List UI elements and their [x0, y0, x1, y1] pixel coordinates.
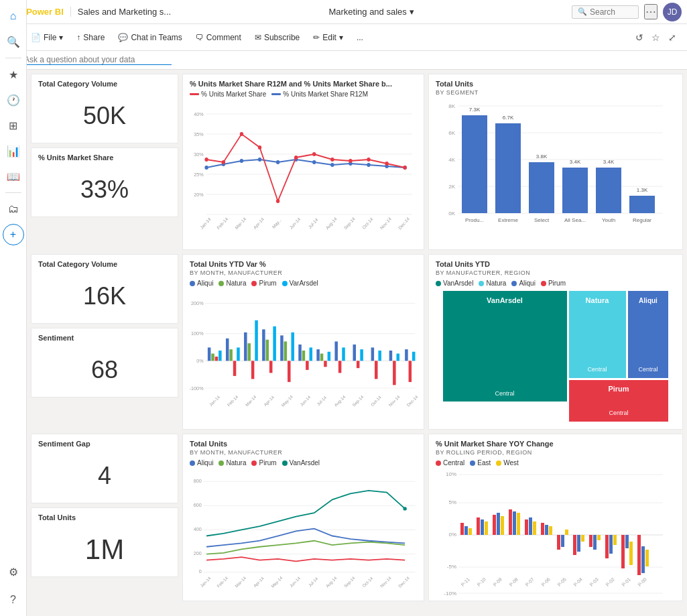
svg-text:Central: Central: [587, 366, 607, 373]
share-button[interactable]: ↑ Share: [71, 30, 110, 45]
svg-point-17: [240, 159, 243, 163]
svg-text:6K: 6K: [448, 130, 455, 136]
search-input[interactable]: [590, 7, 637, 17]
svg-point-164: [403, 507, 406, 510]
svg-text:Oct-14: Oct-14: [361, 217, 373, 230]
svg-text:800: 800: [194, 478, 202, 484]
yoy-subtitle: BY ROLLING PERIOD, REGION: [429, 449, 682, 458]
kpi-title-3: Total Category Volume: [32, 255, 178, 269]
svg-text:Youth: Youth: [602, 217, 615, 223]
svg-text:Aug-14: Aug-14: [333, 394, 347, 408]
svg-rect-106: [291, 332, 294, 361]
svg-text:Feb-14: Feb-14: [216, 575, 229, 588]
nav-metrics[interactable]: 📊: [3, 140, 24, 162]
svg-rect-214: [605, 535, 609, 558]
svg-text:0%: 0%: [196, 358, 204, 364]
svg-text:Dec-14: Dec-14: [397, 216, 410, 230]
nav-favorites[interactable]: ★: [3, 70, 24, 85]
svg-rect-188: [464, 526, 468, 535]
nav-apps[interactable]: ⊞: [3, 115, 24, 136]
svg-text:Sep-14: Sep-14: [343, 216, 357, 231]
svg-rect-203: [545, 525, 548, 535]
svg-rect-211: [589, 535, 592, 547]
treemap-label-1: VanArsdel: [443, 280, 473, 287]
dataset-selector[interactable]: Marketing and sales ▾: [328, 7, 414, 17]
content-area: ⌂ 🔍 ★ 🕐 ⊞ 📊 📖 🗂 + ⚙ ? Total Category Vol…: [0, 70, 687, 616]
ytd-legend-dot-4: [282, 281, 288, 286]
nav-learn[interactable]: 📖: [3, 166, 24, 187]
svg-text:Jul-14: Jul-14: [307, 576, 318, 587]
svg-rect-94: [237, 347, 240, 361]
svg-rect-222: [645, 550, 649, 566]
yoy-legend-central: Central: [436, 459, 464, 467]
search-box[interactable]: 🔍: [572, 5, 639, 19]
kpi-column-3: Sentiment Gap 4 Total Units 1M: [31, 434, 178, 601]
svg-point-38: [403, 166, 406, 170]
total-units-line-subtitle: BY MONTH, MANUFACTURER: [183, 449, 424, 458]
svg-rect-124: [389, 351, 393, 361]
svg-rect-120: [360, 349, 363, 361]
bar-chart-segments-svg: 8K 6K 4K 2K 0K: [434, 98, 677, 245]
nav-create[interactable]: +: [3, 224, 24, 245]
comment-button[interactable]: 🗨 Comment: [190, 30, 247, 45]
legend-label-1: % Units Market Share: [201, 90, 266, 98]
svg-text:P-07: P-07: [525, 576, 535, 587]
svg-rect-107: [298, 345, 302, 361]
nav-recent[interactable]: 🕐: [3, 89, 24, 111]
ytd-legend-dot-3: [251, 281, 257, 286]
svg-text:Nov-14: Nov-14: [387, 394, 401, 408]
svg-text:P-00: P-00: [637, 576, 647, 587]
svg-rect-65: [529, 162, 554, 213]
svg-text:Dec-14: Dec-14: [397, 575, 411, 589]
total-units-chart-area: 800 600 400 200 0: [183, 469, 424, 601]
qa-bar: 💬: [0, 51, 687, 70]
kpi-title-1: Total Category Volume: [32, 74, 178, 89]
svg-rect-88: [211, 353, 214, 361]
svg-text:3.4K: 3.4K: [603, 159, 615, 165]
nav-settings[interactable]: ⚙: [3, 561, 24, 582]
total-category-volume-card-1: Total Category Volume 50K: [31, 74, 178, 143]
svg-point-19: [276, 160, 279, 164]
svg-rect-192: [485, 521, 488, 535]
tu-legend-vanarsdel: VanArsdel: [282, 459, 320, 467]
svg-rect-61: [462, 115, 487, 213]
svg-text:Oct-14: Oct-14: [370, 394, 383, 407]
more-toolbar-button[interactable]: ...: [351, 30, 369, 45]
svg-text:Apr-14: Apr-14: [253, 217, 265, 231]
svg-text:P-03: P-03: [589, 576, 599, 587]
svg-text:5%: 5%: [448, 499, 456, 505]
nav-workspaces[interactable]: 🗂: [3, 198, 24, 220]
file-button[interactable]: 📄 File ▾: [25, 30, 68, 45]
avatar[interactable]: JD: [663, 3, 682, 21]
more-options-button[interactable]: ⋯: [644, 4, 658, 19]
treemap-legend-aliqui: Aliqui: [511, 280, 535, 287]
kpi-title-2: % Units Market Share: [32, 148, 178, 163]
qa-input[interactable]: [24, 55, 172, 65]
nav-help[interactable]: ?: [3, 589, 24, 611]
svg-text:P-10: P-10: [477, 576, 487, 587]
svg-rect-217: [621, 535, 625, 568]
favorite-button[interactable]: ☆: [649, 29, 663, 46]
svg-rect-187: [460, 523, 464, 535]
svg-rect-67: [562, 168, 588, 213]
chat-button[interactable]: 💬 Chat in Teams: [113, 30, 187, 45]
svg-rect-123: [378, 351, 381, 361]
ytd-legend-dot-2: [218, 281, 224, 286]
svg-text:Aug-14: Aug-14: [325, 216, 338, 231]
svg-rect-215: [609, 535, 613, 554]
refresh-button[interactable]: ↺: [633, 29, 646, 46]
svg-rect-128: [409, 361, 412, 382]
tu-legend-natura: Natura: [218, 459, 246, 467]
svg-text:Regular: Regular: [633, 217, 651, 223]
svg-rect-116: [338, 361, 342, 373]
svg-text:Jun-14: Jun-14: [299, 394, 312, 407]
subscribe-button[interactable]: ✉ Subscribe: [249, 30, 305, 45]
treemap-dot-4: [541, 281, 546, 286]
legend-color-2: [271, 93, 281, 95]
svg-text:0: 0: [199, 568, 202, 574]
svg-rect-218: [625, 535, 629, 548]
fullscreen-button[interactable]: ⤢: [666, 29, 679, 46]
edit-button[interactable]: ✏ Edit ▾: [308, 30, 349, 45]
svg-text:Mar-14: Mar-14: [234, 575, 247, 588]
ytd-var-subtitle: BY MONTH, MANUFACTURER: [183, 269, 424, 278]
